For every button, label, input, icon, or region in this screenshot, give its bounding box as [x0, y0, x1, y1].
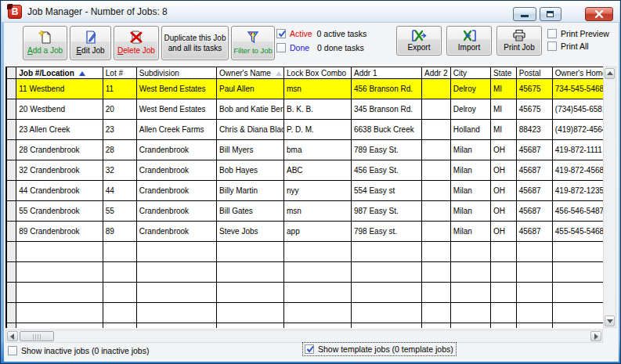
table-cell[interactable]: 88423: [516, 120, 552, 140]
table-cell[interactable]: OH: [491, 222, 517, 242]
print-preview-checkbox[interactable]: [547, 29, 557, 38]
horizontal-scrollbar[interactable]: [5, 330, 603, 343]
table-cell[interactable]: Bill Gates: [217, 201, 284, 222]
table-cell[interactable]: Crandenbrook: [136, 222, 216, 242]
delete-job-button[interactable]: Delete Job: [114, 26, 159, 60]
table-cell[interactable]: 419-872-1235: [552, 181, 603, 201]
table-cell[interactable]: 55: [103, 201, 136, 222]
table-cell[interactable]: [422, 160, 451, 181]
column-header-addr-1[interactable]: Addr 1: [351, 67, 421, 79]
table-cell[interactable]: 456 Easy St.: [351, 160, 421, 181]
table-cell[interactable]: Holland: [450, 120, 490, 140]
column-header-owner-s-name[interactable]: Owner's Name: [217, 67, 284, 79]
row-selector[interactable]: [7, 201, 16, 222]
table-cell[interactable]: Milan: [450, 160, 490, 181]
table-cell[interactable]: 20 Westbend: [16, 99, 103, 120]
close-button[interactable]: [585, 7, 613, 21]
table-cell[interactable]: Bob Hayes: [217, 160, 284, 181]
table-cell[interactable]: [422, 222, 451, 242]
row-selector[interactable]: [7, 222, 16, 242]
table-cell[interactable]: [422, 201, 451, 222]
table-cell[interactable]: Crandenbrook: [136, 181, 216, 201]
table-cell[interactable]: 11 Westbend: [16, 79, 103, 99]
table-cell[interactable]: 45675: [516, 79, 552, 99]
title-bar[interactable]: B Job Manager - Number of Jobs: 8: [2, 1, 619, 23]
table-cell[interactable]: MI: [491, 99, 517, 120]
table-cell[interactable]: (419)872-4564: [552, 120, 603, 140]
row-selector[interactable]: [7, 181, 16, 201]
row-selector[interactable]: [7, 99, 16, 120]
table-cell[interactable]: 456 Branson Rd.: [351, 79, 421, 99]
table-cell[interactable]: MI: [491, 120, 517, 140]
table-cell[interactable]: 44 Crandenbrook: [16, 181, 103, 201]
table-row[interactable]: 28 Crandenbrook28CrandenbrookBill Myersb…: [7, 140, 604, 160]
table-cell[interactable]: Paul Allen: [217, 79, 284, 99]
table-cell[interactable]: MI: [491, 79, 517, 99]
column-header-lock-box-combo[interactable]: Lock Box Combo: [284, 67, 352, 79]
table-cell[interactable]: Bob and Katie Berlin: [217, 99, 284, 120]
table-cell[interactable]: 32: [103, 160, 136, 181]
table-cell[interactable]: 345 Branson Rd.: [351, 99, 421, 120]
table-cell[interactable]: 789 Easy St.: [351, 140, 421, 160]
table-cell[interactable]: OH: [491, 201, 517, 222]
table-cell[interactable]: 28 Crandenbrook: [16, 140, 103, 160]
table-cell[interactable]: nyy: [284, 181, 352, 201]
table-cell[interactable]: msn: [284, 79, 352, 99]
print-all-checkbox[interactable]: [547, 41, 557, 51]
table-cell[interactable]: Allen Creek Farms: [136, 120, 216, 140]
table-cell[interactable]: Delroy: [450, 79, 490, 99]
table-cell[interactable]: 89 Crandenbrook: [16, 222, 103, 242]
done-checkbox[interactable]: [276, 43, 286, 52]
horizontal-scroll-thumb[interactable]: [20, 331, 54, 341]
table-cell[interactable]: OH: [491, 181, 517, 201]
table-cell[interactable]: OH: [491, 160, 517, 181]
app-icon[interactable]: B: [8, 5, 22, 19]
table-cell[interactable]: Billy Martin: [217, 181, 284, 201]
table-cell[interactable]: 456-546-5487: [552, 201, 603, 222]
table-cell[interactable]: West Bend Estates: [136, 99, 216, 120]
table-cell[interactable]: 419-872-4568: [552, 160, 603, 181]
column-header-postal[interactable]: Postal: [516, 67, 552, 79]
table-cell[interactable]: 32 Crandenbrook: [16, 160, 103, 181]
duplicate-job-button[interactable]: Duplicate this Job and all its tasks: [161, 26, 229, 60]
table-cell[interactable]: OH: [491, 140, 517, 160]
table-cell[interactable]: Steve Jobs: [217, 222, 284, 242]
table-cell[interactable]: 455-545-5468: [552, 222, 603, 242]
table-cell[interactable]: [422, 99, 451, 120]
table-cell[interactable]: P. D. M.: [284, 120, 352, 140]
table-row[interactable]: 89 Crandenbrook89CrandenbrookSteve Jobsa…: [7, 222, 604, 242]
table-cell[interactable]: 28: [103, 140, 136, 160]
select-all-corner[interactable]: [7, 67, 16, 79]
table-cell[interactable]: Chris & Diana Black: [217, 120, 284, 140]
minimize-button[interactable]: [513, 7, 536, 21]
show-template-jobs-checkbox[interactable]: [305, 344, 314, 354]
row-selector[interactable]: [7, 140, 16, 160]
column-header-subdivision[interactable]: Subdivision: [136, 67, 216, 79]
table-cell[interactable]: 45687: [516, 222, 552, 242]
table-cell[interactable]: Crandenbrook: [136, 201, 216, 222]
table-cell[interactable]: 20: [103, 99, 136, 120]
table-cell[interactable]: bma: [284, 140, 352, 160]
table-cell[interactable]: 23: [103, 120, 136, 140]
row-selector[interactable]: [7, 79, 16, 99]
table-cell[interactable]: Milan: [450, 140, 490, 160]
table-cell[interactable]: [422, 120, 451, 140]
maximize-button[interactable]: [540, 7, 561, 21]
table-cell[interactable]: 45675: [516, 99, 552, 120]
table-cell[interactable]: [422, 79, 451, 99]
table-cell[interactable]: (734)545-6581: [552, 99, 603, 120]
table-cell[interactable]: Crandenbrook: [136, 140, 216, 160]
scroll-left-button[interactable]: [7, 331, 18, 341]
table-cell[interactable]: 554 Easy st: [351, 181, 421, 201]
table-cell[interactable]: 23 Allen Creek: [16, 120, 103, 140]
import-button[interactable]: Import: [446, 26, 492, 56]
export-button[interactable]: Export: [396, 26, 442, 56]
table-cell[interactable]: 45687: [516, 160, 552, 181]
table-cell[interactable]: Bill Myers: [217, 140, 284, 160]
active-checkbox[interactable]: [276, 29, 286, 38]
column-header-job-location[interactable]: Job #/Location: [16, 67, 103, 79]
table-cell[interactable]: Milan: [450, 181, 490, 201]
table-cell[interactable]: 45687: [516, 140, 552, 160]
column-header-city[interactable]: City: [450, 67, 490, 79]
column-header-state[interactable]: State: [491, 67, 517, 79]
